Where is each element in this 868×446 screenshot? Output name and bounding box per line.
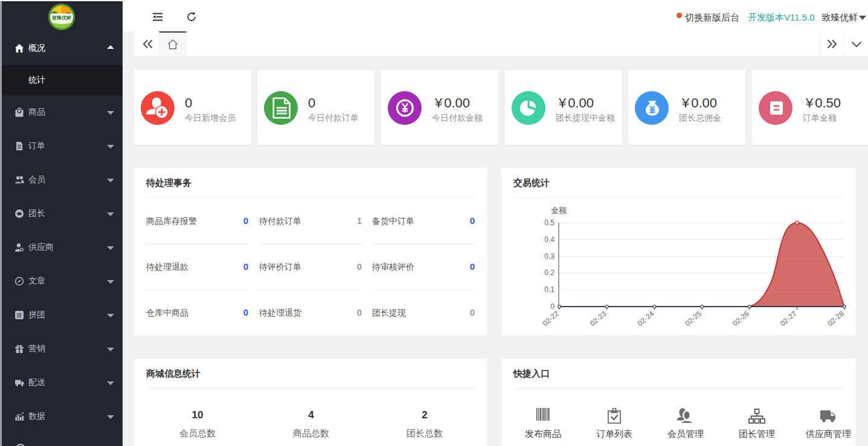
svg-text:02-27: 02-27 bbox=[779, 309, 799, 328]
svg-text:02-23: 02-23 bbox=[588, 309, 608, 328]
svg-text:02-28: 02-28 bbox=[826, 309, 846, 328]
svg-text:致臻优鲜: 致臻优鲜 bbox=[51, 15, 71, 21]
svg-text:0.2: 0.2 bbox=[544, 269, 555, 277]
svg-text:02-24: 02-24 bbox=[636, 309, 656, 328]
svg-text:0.1: 0.1 bbox=[544, 285, 555, 294]
svg-text:0.3: 0.3 bbox=[544, 252, 555, 261]
svg-text:0.4: 0.4 bbox=[544, 235, 555, 244]
svg-text:金额: 金额 bbox=[551, 206, 567, 215]
svg-text:02-22: 02-22 bbox=[541, 309, 561, 328]
svg-text:拼: 拼 bbox=[16, 313, 22, 319]
svg-text:02-26: 02-26 bbox=[731, 309, 751, 328]
svg-text:02-25: 02-25 bbox=[684, 309, 704, 328]
svg-text:0.5: 0.5 bbox=[544, 218, 555, 227]
